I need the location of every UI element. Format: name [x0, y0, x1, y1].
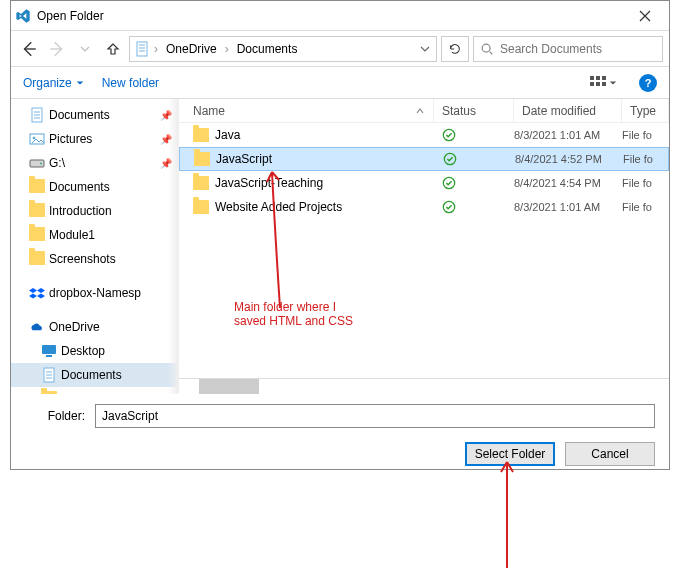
cancel-button[interactable]: Cancel	[565, 442, 655, 466]
doc-icon	[134, 41, 150, 57]
dropbox-icon	[29, 285, 45, 301]
chevron-right-icon[interactable]: ›	[223, 42, 231, 56]
chevron-right-icon[interactable]: ›	[152, 42, 160, 56]
file-row[interactable]: JavaScript8/4/2021 4:52 PMFile fo	[179, 147, 669, 171]
col-status[interactable]: Status	[434, 99, 514, 122]
sidebar-item[interactable]: Pictures📌	[11, 127, 178, 151]
sidebar-item[interactable]: Documents	[11, 363, 178, 387]
svg-rect-13	[42, 345, 56, 354]
recent-dropdown[interactable]	[73, 37, 97, 61]
view-options[interactable]	[586, 74, 621, 92]
search-box[interactable]	[473, 36, 663, 62]
refresh-button[interactable]	[441, 36, 469, 62]
back-button[interactable]	[17, 37, 41, 61]
col-name[interactable]: Name	[179, 99, 434, 122]
desktop-icon	[41, 343, 57, 359]
folder-icon	[193, 128, 209, 142]
titlebar: Open Folder	[11, 1, 669, 31]
sidebar-item[interactable]: Screenshots	[11, 247, 178, 271]
folder-input[interactable]	[95, 404, 655, 428]
synced-icon	[442, 128, 456, 142]
onedrive-icon	[29, 319, 45, 335]
file-row[interactable]: JavaScript-Teaching8/4/2021 4:54 PMFile …	[179, 171, 669, 195]
svg-point-10	[33, 137, 36, 140]
sidebar-item[interactable]: Documents	[11, 175, 178, 199]
file-list: Java8/3/2021 1:01 AMFile foJavaScript8/4…	[179, 123, 669, 378]
doc-icon	[29, 107, 45, 123]
annotation-arrow-2	[495, 460, 519, 570]
synced-icon	[442, 176, 456, 190]
svg-rect-2	[590, 76, 594, 80]
close-button[interactable]	[625, 4, 665, 28]
search-icon	[480, 42, 494, 56]
breadcrumb-documents[interactable]: Documents	[233, 42, 302, 56]
sidebar-item[interactable]: Desktop	[11, 339, 178, 363]
sidebar-item[interactable]: G:\📌	[11, 151, 178, 175]
body: Documents📌Pictures📌G:\📌DocumentsIntroduc…	[11, 99, 669, 394]
folder-icon	[194, 152, 210, 166]
vscode-icon	[15, 8, 31, 24]
horizontal-scrollbar[interactable]	[179, 378, 669, 394]
folder-icon	[193, 176, 209, 190]
drive-icon	[29, 155, 45, 171]
file-row[interactable]: Website Added Projects8/3/2021 1:01 AMFi…	[179, 195, 669, 219]
svg-rect-3	[596, 76, 600, 80]
sidebar-item[interactable]: Introduction	[11, 199, 178, 223]
folder-label: Folder:	[25, 409, 85, 423]
file-pane: Name Status Date modified Type Java8/3/2…	[179, 99, 669, 394]
folder-icon	[29, 179, 45, 195]
sidebar-item[interactable]: Module1	[11, 223, 178, 247]
pic-icon	[29, 131, 45, 147]
organize-menu[interactable]: Organize	[23, 76, 84, 90]
help-button[interactable]: ?	[639, 74, 657, 92]
pin-icon: 📌	[160, 158, 172, 169]
svg-point-1	[482, 44, 490, 52]
breadcrumb-onedrive[interactable]: OneDrive	[162, 42, 221, 56]
forward-button[interactable]	[45, 37, 69, 61]
folder-icon	[41, 391, 57, 394]
col-date[interactable]: Date modified	[514, 99, 622, 122]
folder-icon	[193, 200, 209, 214]
svg-rect-5	[590, 82, 594, 86]
address-bar[interactable]: › OneDrive › Documents	[129, 36, 437, 62]
svg-rect-7	[602, 82, 606, 86]
svg-rect-14	[46, 355, 52, 357]
file-row[interactable]: Java8/3/2021 1:01 AMFile fo	[179, 123, 669, 147]
file-header: Name Status Date modified Type	[179, 99, 669, 123]
folder-icon	[29, 203, 45, 219]
search-input[interactable]	[500, 42, 656, 56]
svg-point-12	[40, 163, 42, 165]
select-folder-button[interactable]: Select Folder	[465, 442, 555, 466]
window-title: Open Folder	[37, 9, 625, 23]
sidebar: Documents📌Pictures📌G:\📌DocumentsIntroduc…	[11, 99, 179, 394]
pin-icon: 📌	[160, 110, 172, 121]
doc-icon	[41, 367, 57, 383]
svg-rect-0	[137, 42, 147, 56]
col-type[interactable]: Type	[622, 99, 669, 122]
new-folder-button[interactable]: New folder	[102, 76, 159, 90]
svg-rect-6	[596, 82, 600, 86]
footer: Folder: Select Folder Cancel	[11, 394, 669, 476]
folder-icon	[29, 227, 45, 243]
up-button[interactable]	[101, 37, 125, 61]
navbar: › OneDrive › Documents	[11, 31, 669, 67]
sidebar-item[interactable]: Music	[11, 387, 178, 394]
svg-rect-4	[602, 76, 606, 80]
synced-icon	[442, 200, 456, 214]
synced-icon	[443, 152, 457, 166]
folder-icon	[29, 251, 45, 267]
sidebar-item[interactable]: OneDrive	[11, 315, 178, 339]
sidebar-item[interactable]: dropbox-Namesp	[11, 281, 178, 305]
pin-icon: 📌	[160, 134, 172, 145]
toolbar: Organize New folder ?	[11, 67, 669, 99]
open-folder-dialog: Open Folder › OneDrive › Documents	[10, 0, 670, 470]
sidebar-item[interactable]: Documents📌	[11, 103, 178, 127]
sort-asc-icon	[415, 107, 425, 115]
chevron-down-icon[interactable]	[418, 44, 432, 54]
